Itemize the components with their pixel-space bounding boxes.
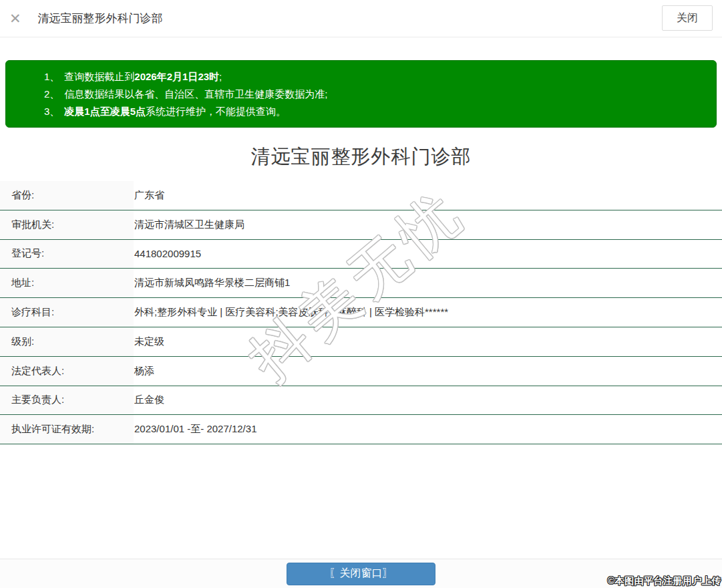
notice-text: 信息数据结果以各省、自治区、直辖市卫生健康委数据为准;: [64, 88, 327, 100]
field-label: 主要负责人:: [0, 386, 134, 415]
notice-text: ;: [219, 71, 222, 82]
notice-text: 查询数据截止到: [64, 71, 134, 82]
field-label: 地址:: [0, 269, 134, 297]
field-label: 登记号:: [0, 240, 134, 269]
field-value: 2023/01/01 -至- 2027/12/31: [134, 415, 722, 444]
field-label: 省份:: [0, 181, 134, 210]
upload-credit-watermark: ©本图由平台注册用户上传: [608, 575, 721, 587]
field-value: 外科;整形外科专业 | 医疗美容科;美容皮肤科 | 麻醉科 | 医学检验科***…: [134, 298, 722, 327]
field-value: 丘金俊: [134, 386, 722, 415]
field-label: 诊疗科目:: [0, 298, 134, 327]
table-row: 审批机关: 清远市清城区卫生健康局: [0, 210, 722, 240]
table-row: 法定代表人: 杨添: [0, 357, 722, 386]
field-value: 441802009915: [134, 240, 722, 269]
table-row: 省份: 广东省: [0, 181, 722, 210]
field-label: 法定代表人:: [0, 357, 134, 386]
table-row: 执业许可证有效期: 2023/01/01 -至- 2027/12/31: [0, 415, 722, 444]
field-value: 广东省: [134, 181, 722, 210]
table-row: 级别: 未定级: [0, 327, 722, 357]
table-row: 地址: 清远市新城凤鸣路华景楼二层商铺1: [0, 269, 722, 298]
header-close-button[interactable]: 关闭: [662, 5, 713, 31]
field-value: 杨添: [134, 357, 722, 386]
notice-line-3: 3、凌晨1点至凌晨5点系统进行维护，不能提供查询。: [44, 103, 703, 120]
field-label: 执业许可证有效期:: [0, 415, 134, 444]
close-window-button[interactable]: 〖关闭窗口〗: [287, 563, 435, 585]
close-icon[interactable]: ✕: [9, 11, 21, 25]
field-value: 清远市清城区卫生健康局: [134, 210, 722, 239]
field-label: 级别:: [0, 327, 134, 356]
notice-bold-text: 2026年2月1日23时: [134, 71, 219, 82]
window-title: 清远宝丽整形外科门诊部: [38, 11, 163, 26]
notice-box: 1、查询数据截止到2026年2月1日23时; 2、信息数据结果以各省、自治区、直…: [5, 60, 717, 128]
notice-number: 1、: [44, 71, 59, 82]
notice-line-2: 2、信息数据结果以各省、自治区、直辖市卫生健康委数据为准;: [44, 86, 703, 103]
notice-bold-text: 凌晨1点至凌晨5点: [64, 106, 146, 117]
table-row: 诊疗科目: 外科;整形外科专业 | 医疗美容科;美容皮肤科 | 麻醉科 | 医学…: [0, 298, 722, 327]
notice-number: 3、: [44, 106, 59, 117]
notice-text: 系统进行维护，不能提供查询。: [146, 106, 286, 117]
field-value: 未定级: [134, 327, 722, 356]
top-bar: ✕ 清远宝丽整形外科门诊部 关闭: [0, 0, 722, 37]
field-value: 清远市新城凤鸣路华景楼二层商铺1: [134, 269, 722, 297]
page-title: 清远宝丽整形外科门诊部: [0, 144, 722, 170]
notice-number: 2、: [44, 88, 59, 100]
table-row: 登记号: 441802009915: [0, 240, 722, 269]
table-row: 主要负责人: 丘金俊: [0, 386, 722, 416]
notice-line-1: 1、查询数据截止到2026年2月1日23时;: [44, 68, 703, 86]
field-label: 审批机关:: [0, 210, 134, 239]
info-table: 省份: 广东省 审批机关: 清远市清城区卫生健康局 登记号: 441802009…: [0, 181, 722, 444]
